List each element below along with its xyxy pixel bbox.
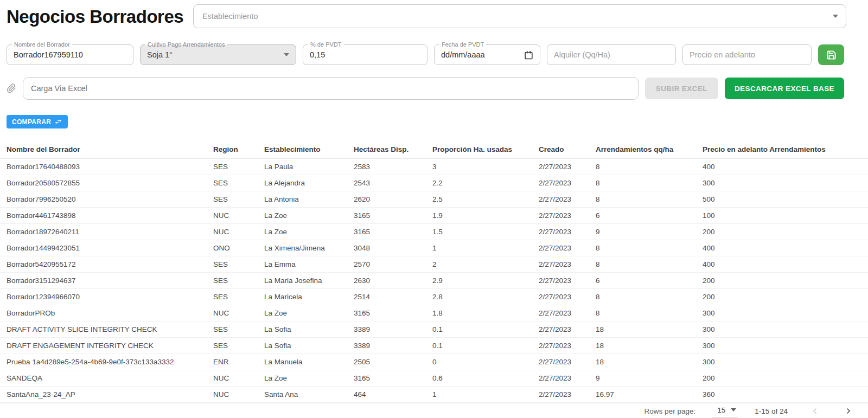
table-cell: 1 [426,387,532,403]
pvdt-label: % de PVDT [308,42,343,48]
table-row[interactable]: DRAFT ENGAGEMENT INTEGRITY CHECKSESLa So… [0,338,868,354]
alquiler-input[interactable] [554,50,669,59]
table-row[interactable]: Borrador4461743898NUCLa Zoe31651.92/27/2… [0,208,868,224]
table-cell: 1 [426,240,532,256]
calendar-icon[interactable] [524,50,533,60]
table-cell: La Zoe [258,305,347,321]
table-cell: Borrador7996250520 [0,191,207,208]
save-icon [826,50,837,60]
nombre-borrador-input[interactable] [14,50,126,59]
top-bar: Negocios Borradores Establecimiento [0,0,868,28]
nombre-borrador-field[interactable]: Nombre del Borrador [7,44,133,65]
table-cell: 2.5 [426,191,532,208]
column-header: Proporción Ha. usadas [426,140,532,159]
chevron-right-icon[interactable] [841,403,856,418]
column-header: Hectáreas Disp. [347,140,426,159]
comparar-button-label: COMPARAR [12,118,51,126]
table-row[interactable]: SantaAna_23-24_APNUCSanta Ana46412/27/20… [0,387,868,403]
carga-excel-field[interactable] [23,77,639,100]
table-cell: 0.6 [426,370,532,387]
table-cell: NUC [207,305,258,321]
save-button[interactable] [818,44,844,65]
table-cell: 8 [589,256,696,273]
table-cell: 2/27/2023 [532,208,589,224]
table-row[interactable]: BorradorPRObNUCLa Zoe31651.82/27/2023830… [0,305,868,321]
table-cell: 6 [589,273,696,289]
table-cell: 3389 [347,321,426,338]
table-cell: NUC [207,370,258,387]
table-cell: La Zoe [258,370,347,387]
table-cell: La Zoe [258,208,347,224]
table-cell: 8 [589,159,696,175]
table-cell: Borrador14499423051 [0,240,207,256]
table-cell: 3048 [347,240,426,256]
table-row[interactable]: Borrador17640488093SESLa Paula258332/27/… [0,159,868,175]
column-header: Creado [532,140,589,159]
table-cell: Borrador20580572855 [0,175,207,191]
table-cell: 0.1 [426,338,532,354]
chevron-down-icon[interactable] [284,53,289,56]
table-cell: SES [207,338,258,354]
table-cell: La Sofia [258,321,347,338]
table-cell: ENR [207,354,258,370]
page-title: Negocios Borradores [7,4,183,27]
filter-row: Nombre del Borrador Cultivo Pago Arrenda… [0,44,868,65]
table-cell: 2543 [347,175,426,191]
alquiler-field[interactable] [547,44,676,65]
establecimiento-combobox[interactable]: Establecimiento [193,4,846,28]
table-row[interactable]: Borrador12394966070SESLa Maricela25142.8… [0,289,868,305]
table-cell: Borrador12394966070 [0,289,207,305]
rows-per-page-select[interactable]: 15 [712,404,738,418]
table-cell: La Ximena/Jimena [258,240,347,256]
table-row[interactable]: Borrador20580572855SESLa Alejandra25432.… [0,175,868,191]
table-cell: 2/27/2023 [532,354,589,370]
table-row[interactable]: Borrador18972640211NUCLa Zoe31651.52/27/… [0,224,868,240]
descargar-excel-base-button[interactable]: DESCARCAR EXCEL BASE [725,78,844,99]
column-header: Precio en adelanto Arrendamientos [696,140,868,159]
table-cell: 2583 [347,159,426,175]
table-row[interactable]: Borrador7996250520SESLa Antonia26202.52/… [0,191,868,208]
date-placeholder: dd/mm/aaaa [441,50,485,59]
chevron-down-icon[interactable] [833,15,838,18]
subir-excel-button[interactable]: SUBIR EXCEL [645,78,718,99]
table-cell: 200 [696,289,868,305]
table-cell: La Emma [258,256,347,273]
table-row[interactable]: Borrador5420955172SESLa Emma257022/27/20… [0,256,868,273]
table-cell: 2570 [347,256,426,273]
table-cell: La Zoe [258,224,347,240]
table-row[interactable]: Prueba 1a4d289e5-254a-4b69-9e0f-373c133a… [0,354,868,370]
table-cell: 2/27/2023 [532,289,589,305]
comparar-button[interactable]: COMPARAR [7,115,68,128]
table-cell: 400 [696,256,868,273]
cultivo-select[interactable]: Cultivo Pago Arrendamientos Soja 1° [140,44,296,65]
table-row[interactable]: DRAFT ACTIVITY SLICE INTEGRITY CHECKSESL… [0,321,868,338]
precio-adelanto-input[interactable] [690,50,805,59]
table-cell: 200 [696,273,868,289]
table-row[interactable]: Borrador14499423051ONOLa Ximena/Jimena30… [0,240,868,256]
table-cell: 18 [589,321,696,338]
table-cell: 2/27/2023 [532,240,589,256]
carga-excel-input[interactable] [31,84,630,93]
chevron-left-icon[interactable] [807,403,822,418]
cultivo-selected-value: Soja 1° [147,50,173,59]
column-header: Nombre del Borrador [0,140,207,159]
table-cell: Borrador18972640211 [0,224,207,240]
table-cell: 2/27/2023 [532,321,589,338]
pvdt-input[interactable] [310,50,420,59]
table-cell: 2505 [347,354,426,370]
table-cell: 2/27/2023 [532,387,589,403]
table-cell: 3389 [347,338,426,354]
table-cell: SES [207,289,258,305]
table-cell: Borrador3151294637 [0,273,207,289]
pager-controls [807,403,856,418]
rows-per-page-label: Rows per page: [644,407,696,415]
table-cell: 2.8 [426,289,532,305]
table-row[interactable]: SANDEQANUCLa Zoe31650.62/27/20239200 [0,370,868,387]
pvdt-field[interactable]: % de PVDT [303,44,427,65]
fecha-pvdt-field[interactable]: Fecha de PVDT dd/mm/aaaa [434,44,540,65]
table-cell: 8 [589,175,696,191]
precio-adelanto-field[interactable] [682,44,812,65]
table-cell: Prueba 1a4d289e5-254a-4b69-9e0f-373c133a… [0,354,207,370]
table-cell: 2 [426,256,532,273]
table-row[interactable]: Borrador3151294637SESLa Maria Josefina26… [0,273,868,289]
